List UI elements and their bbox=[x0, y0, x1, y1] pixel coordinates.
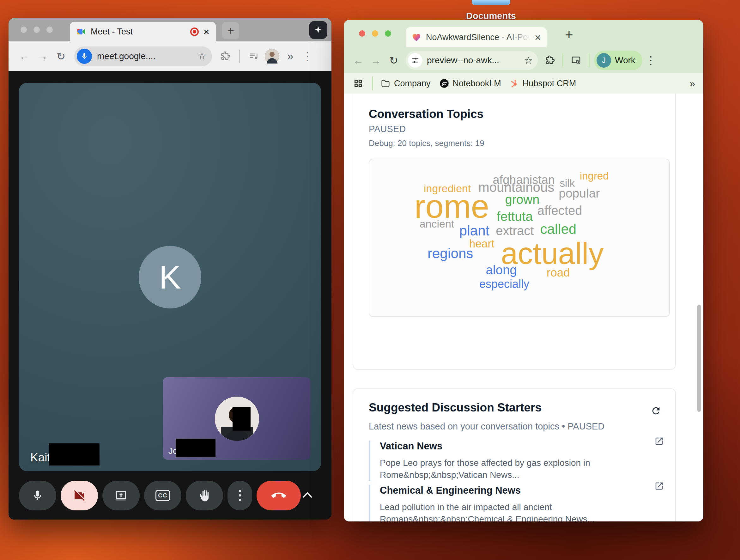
chevron-up-icon bbox=[302, 491, 313, 498]
end-call-button[interactable] bbox=[257, 481, 301, 510]
bookmark-company-folder[interactable]: Company bbox=[381, 79, 431, 89]
open-link-button[interactable] bbox=[654, 437, 664, 447]
word-cloud: afghanistansilkingredingredientmountaino… bbox=[369, 159, 670, 317]
participant-avatar: K bbox=[139, 246, 201, 308]
bookmark-notebooklm[interactable]: NotebookLM bbox=[440, 79, 501, 89]
raise-hand-button[interactable] bbox=[186, 481, 223, 510]
news-snippet: Pope Leo prays for those affected by gas… bbox=[380, 457, 642, 481]
word-cloud-term: popular bbox=[559, 187, 600, 199]
more-options-button[interactable] bbox=[227, 481, 252, 510]
address-bar[interactable]: meet.google.... ☆ bbox=[74, 46, 212, 66]
word-cloud-term: plant bbox=[459, 224, 489, 238]
new-tab-button[interactable]: + bbox=[565, 27, 573, 43]
extensions-puzzle-icon[interactable] bbox=[217, 51, 234, 61]
meet-toolbar: ← → ↻ meet.google.... ☆ bbox=[9, 41, 332, 71]
captions-icon: CC bbox=[156, 490, 170, 501]
reload-icon[interactable]: ↻ bbox=[385, 54, 402, 67]
tab-meet[interactable]: Meet - Test × bbox=[70, 22, 216, 41]
browser-menu-icon[interactable]: ⋮ bbox=[300, 50, 314, 63]
bookmarks-overflow-chevron-icon[interactable]: » bbox=[689, 78, 695, 89]
extensions-puzzle-icon[interactable] bbox=[542, 55, 558, 66]
refresh-button[interactable] bbox=[651, 405, 661, 417]
page-content: Conversation Topics PAUSED Debug: 20 top… bbox=[344, 94, 703, 522]
microphone-icon bbox=[31, 489, 43, 501]
window-controls bbox=[359, 30, 391, 37]
bookmark-hubspot-crm[interactable]: Hubspot CRM bbox=[510, 79, 576, 89]
word-cloud-term: ingred bbox=[580, 171, 609, 181]
bookmark-label: Hubspot CRM bbox=[523, 79, 576, 89]
external-link-icon bbox=[654, 437, 664, 446]
present-screen-button[interactable] bbox=[102, 481, 140, 510]
app-heart-logo-icon bbox=[411, 32, 422, 42]
news-item[interactable]: Chemical & Engineering News Lead polluti… bbox=[369, 485, 653, 522]
meet-tab-strip: Meet - Test × + bbox=[9, 18, 332, 41]
bookmark-star-icon[interactable]: ☆ bbox=[524, 55, 533, 66]
close-window-button[interactable] bbox=[359, 30, 365, 37]
hubspot-icon bbox=[510, 79, 519, 88]
redaction-box bbox=[233, 407, 251, 432]
bookmark-label: Company bbox=[394, 79, 431, 89]
zoom-window-button[interactable] bbox=[47, 26, 53, 33]
bookmark-label: NotebookLM bbox=[453, 79, 501, 89]
main-video-tile[interactable]: K Kaitl Jo bbox=[19, 83, 321, 471]
starters-title: Suggested Discussion Starters bbox=[369, 401, 542, 414]
minimize-window-button[interactable] bbox=[33, 26, 40, 33]
meet-control-bar: CC bbox=[9, 471, 332, 520]
toolbar-divider bbox=[239, 50, 240, 63]
topics-debug-text: Debug: 20 topics, segments: 19 bbox=[369, 138, 484, 148]
open-link-button[interactable] bbox=[654, 481, 664, 492]
toolbar-divider bbox=[562, 54, 563, 67]
forward-icon[interactable]: → bbox=[34, 50, 51, 62]
meet-call-area: K Kaitl Jo bbox=[9, 71, 332, 520]
self-video-thumbnail[interactable]: Jo bbox=[163, 377, 310, 460]
window-controls bbox=[20, 26, 53, 33]
browser-toolbar: ← → ↻ preview--no-awk... ☆ bbox=[344, 48, 703, 73]
microphone-button[interactable] bbox=[19, 481, 56, 510]
tab-noawkwardsilence[interactable]: NoAwkwardSilence - AI-Powe × bbox=[406, 27, 547, 48]
topics-status: PAUSED bbox=[369, 124, 406, 134]
browser-menu-icon[interactable]: ⋮ bbox=[644, 54, 658, 67]
tab-title: Meet - Test bbox=[91, 27, 186, 37]
reload-icon[interactable]: ↻ bbox=[53, 50, 69, 63]
captions-button[interactable]: CC bbox=[144, 481, 181, 510]
word-cloud-term: extract bbox=[496, 224, 534, 237]
news-item[interactable]: Vatican News Pope Leo prays for those af… bbox=[369, 441, 653, 481]
redaction-box bbox=[176, 439, 215, 457]
tab-title: NoAwkwardSilence - AI-Powe bbox=[426, 32, 530, 42]
profile-avatar[interactable] bbox=[264, 49, 280, 64]
documents-stack-icon[interactable] bbox=[472, 0, 510, 5]
address-bar[interactable]: preview--no-awk... ☆ bbox=[406, 51, 538, 70]
search-page-icon[interactable] bbox=[568, 55, 584, 66]
mic-permission-icon[interactable] bbox=[77, 49, 92, 64]
camera-off-button[interactable] bbox=[61, 481, 98, 510]
raise-hand-icon bbox=[198, 489, 211, 502]
bookmark-star-icon[interactable]: ☆ bbox=[197, 50, 206, 62]
google-meet-icon bbox=[76, 27, 86, 36]
playlist-icon[interactable] bbox=[246, 51, 262, 62]
word-cloud-term: grown bbox=[505, 193, 540, 206]
more-extensions-chevron-icon[interactable]: » bbox=[282, 50, 299, 62]
tab-organizer-button[interactable] bbox=[309, 21, 327, 39]
forward-icon[interactable]: → bbox=[368, 54, 384, 67]
apps-grid-icon[interactable] bbox=[352, 79, 365, 88]
redaction-box bbox=[49, 443, 100, 466]
zoom-window-button[interactable] bbox=[385, 30, 391, 37]
topics-title: Conversation Topics bbox=[369, 107, 483, 121]
profile-avatar: J bbox=[596, 53, 611, 68]
profile-chip[interactable]: J Work bbox=[594, 51, 642, 70]
recording-indicator-icon bbox=[190, 27, 199, 36]
minimize-window-button[interactable] bbox=[372, 30, 378, 37]
back-icon[interactable]: ← bbox=[16, 50, 32, 62]
meet-browser-window: Meet - Test × + ← → ↻ meet.google.... ☆ bbox=[9, 18, 332, 520]
scrollbar-thumb[interactable] bbox=[697, 305, 701, 412]
close-tab-icon[interactable]: × bbox=[203, 26, 209, 37]
back-icon[interactable]: ← bbox=[350, 54, 367, 67]
close-window-button[interactable] bbox=[20, 26, 27, 33]
camera-off-icon bbox=[73, 489, 86, 502]
new-tab-button[interactable]: + bbox=[222, 22, 239, 39]
external-link-icon bbox=[654, 481, 664, 491]
close-tab-icon[interactable]: × bbox=[535, 32, 541, 43]
word-cloud-term: road bbox=[547, 266, 570, 278]
site-settings-icon[interactable] bbox=[408, 53, 423, 68]
collapse-controls-button[interactable] bbox=[302, 491, 313, 500]
